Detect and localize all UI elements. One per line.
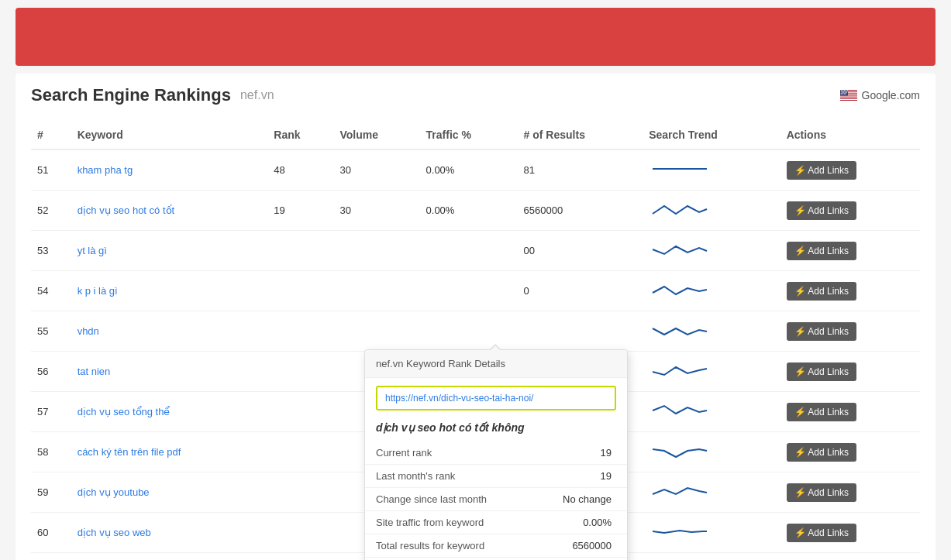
popup-detail-label: Average monthly searches [365, 558, 536, 561]
popup-detail-label: Current rank [365, 441, 536, 465]
us-flag-icon: ★★★★★ ★★★★ ★★★★ [840, 90, 857, 101]
row-keyword[interactable]: dịch vụ youtube [71, 472, 268, 513]
row-trend [643, 392, 780, 432]
add-links-button[interactable]: ⚡ Add Links [787, 403, 856, 421]
row-actions: ⚡ Add Links [780, 352, 920, 392]
row-keyword[interactable]: vhdn [71, 311, 268, 352]
row-trend [643, 432, 780, 472]
row-keyword[interactable]: kham pha tg [71, 149, 268, 191]
row-rank [267, 311, 333, 352]
add-links-button[interactable]: ⚡ Add Links [787, 483, 856, 502]
add-links-button[interactable]: ⚡ Add Links [787, 443, 856, 462]
page-title: Search Engine Rankings [31, 85, 231, 105]
row-num: 53 [31, 231, 71, 271]
row-trend [643, 191, 780, 231]
popup-detail-label: Change since last month [365, 488, 536, 511]
row-trend [643, 513, 780, 553]
table-container: # Keyword Rank Volume Traffic % # of Res… [31, 121, 920, 560]
row-rank [267, 271, 333, 311]
popup-keyword-title: dịch vụ seo hot có tốt không [365, 418, 627, 441]
row-traffic: 0.00% [420, 149, 518, 191]
popup-url-box[interactable]: https://nef.vn/dich-vu-seo-tai-ha-noi/ [376, 386, 616, 411]
row-traffic [420, 271, 518, 311]
col-rank: Rank [267, 121, 333, 149]
row-keyword[interactable]: tat nien [71, 352, 268, 392]
row-trend [643, 271, 780, 311]
popup-detail-value: 30 [536, 558, 627, 561]
row-results: 81 [518, 149, 643, 191]
table-row: 53 yt là gì 00 ⚡ Add Links [31, 231, 920, 271]
popup-detail-row: Site traffic from keyword 0.00% [365, 511, 627, 534]
col-num: # [31, 121, 71, 149]
keyword-link[interactable]: yt là gì [78, 245, 107, 256]
table-row: 54 k p i là gì 0 ⚡ Add Links [31, 271, 920, 311]
row-rank [267, 432, 333, 472]
row-actions: ⚡ Add Links [780, 311, 920, 352]
row-actions: ⚡ Add Links [780, 191, 920, 231]
popup-details-table: Current rank 19 Last month's rank 19 Cha… [365, 441, 627, 560]
row-actions: ⚡ Add Links [780, 149, 920, 191]
row-actions: ⚡ Add Links [780, 392, 920, 432]
keyword-link[interactable]: dịch vụ seo web [78, 527, 151, 538]
row-keyword[interactable]: dịch vụ seo hot có tốt [71, 191, 268, 231]
popup-detail-value: 19 [536, 465, 627, 488]
row-trend [643, 553, 780, 561]
row-actions: ⚡ Add Links [780, 271, 920, 311]
row-keyword[interactable]: dịch vụ seo web [71, 513, 268, 553]
keyword-link[interactable]: tat nien [78, 366, 111, 377]
add-links-button[interactable]: ⚡ Add Links [787, 242, 856, 260]
row-volume [333, 231, 419, 271]
keyword-link[interactable]: cách ký tên trên file pdf [78, 446, 181, 458]
svg-text:★: ★ [845, 92, 847, 95]
row-num: 61 [31, 553, 71, 561]
row-trend [643, 231, 780, 271]
row-results: 00 [518, 231, 643, 271]
row-volume [333, 271, 419, 311]
row-trend [643, 149, 780, 191]
row-num: 52 [31, 191, 71, 231]
page-header-left: Search Engine Rankings nef.vn [31, 85, 274, 105]
add-links-button[interactable]: ⚡ Add Links [787, 161, 856, 180]
keyword-link[interactable]: dịch vụ seo hot có tốt [78, 204, 175, 216]
popup-detail-row: Average monthly searches 30 [365, 558, 627, 561]
popup-triangle-inner [490, 345, 501, 351]
google-badge: ★★★★★ ★★★★ ★★★★ Google.com [840, 89, 920, 101]
popup-detail-row: Change since last month No change [365, 488, 627, 511]
add-links-button[interactable]: ⚡ Add Links [787, 282, 856, 301]
popup-detail-value: 0.00% [536, 511, 627, 534]
keyword-link[interactable]: dịch vụ seo tổng thể [78, 406, 171, 417]
row-num: 55 [31, 311, 71, 352]
row-keyword[interactable]: cách ký tên trên file pdf [71, 432, 268, 472]
row-traffic: 0.00% [420, 191, 518, 231]
row-rank [267, 231, 333, 271]
search-engine-label: Google.com [862, 89, 920, 101]
row-keyword[interactable]: dịch vụ seo top [71, 553, 268, 561]
table-row: 51 kham pha tg 48 30 0.00% 81 ⚡ Add Link… [31, 149, 920, 191]
row-results: 6560000 [518, 191, 643, 231]
row-volume: 30 [333, 149, 419, 191]
col-traffic: Traffic % [420, 121, 518, 149]
row-traffic [420, 231, 518, 271]
add-links-button[interactable]: ⚡ Add Links [787, 201, 856, 220]
add-links-button[interactable]: ⚡ Add Links [787, 322, 856, 341]
svg-rect-6 [840, 99, 857, 100]
add-links-button[interactable]: ⚡ Add Links [787, 524, 856, 542]
popup-detail-row: Current rank 19 [365, 441, 627, 465]
popup-detail-label: Site traffic from keyword [365, 511, 536, 534]
row-num: 58 [31, 432, 71, 472]
top-banner [16, 8, 935, 66]
keyword-link[interactable]: k p i là gì [78, 285, 118, 297]
col-volume: Volume [333, 121, 419, 149]
keyword-link[interactable]: vhdn [78, 325, 99, 337]
table-header-row: # Keyword Rank Volume Traffic % # of Res… [31, 121, 920, 149]
row-keyword[interactable]: k p i là gì [71, 271, 268, 311]
keyword-link[interactable]: kham pha tg [78, 164, 133, 176]
keyword-link[interactable]: dịch vụ youtube [78, 486, 150, 498]
row-keyword[interactable]: dịch vụ seo tổng thể [71, 392, 268, 432]
row-trend [643, 352, 780, 392]
domain-label: nef.vn [240, 88, 274, 102]
add-links-button[interactable]: ⚡ Add Links [787, 362, 856, 381]
row-keyword[interactable]: yt là gì [71, 231, 268, 271]
row-volume [333, 311, 419, 352]
row-num: 51 [31, 149, 71, 191]
